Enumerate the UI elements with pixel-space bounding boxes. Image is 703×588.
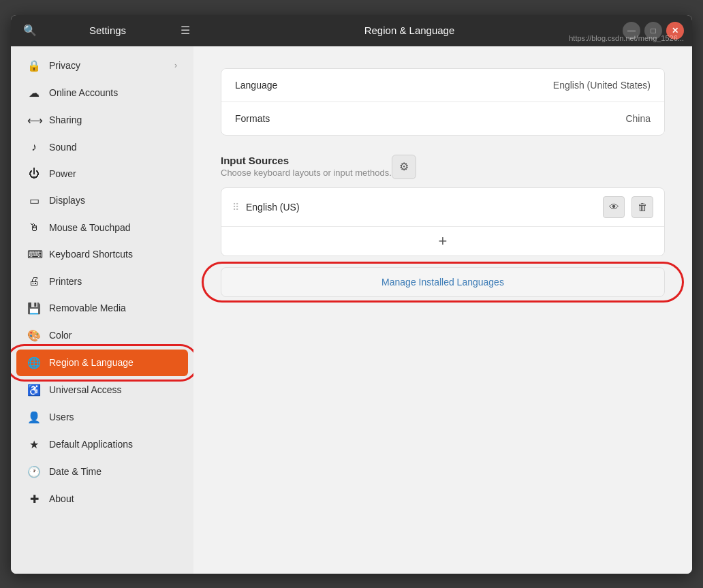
sidebar-item-label: Online Accounts	[49, 87, 177, 98]
sidebar-item-label: Mouse & Touchpad	[49, 222, 177, 233]
drag-handle-icon[interactable]: ⠿	[232, 202, 239, 213]
cloud-icon: ☁	[27, 87, 41, 99]
input-sources-title: Input Sources	[221, 155, 392, 166]
preview-input-source-button[interactable]: 👁	[603, 196, 625, 218]
settings-window: 🔍 Settings ☰ Region & Language — □ ✕ htt…	[11, 15, 692, 574]
sidebar-item-region-language[interactable]: 🌐 Region & Language	[16, 350, 188, 376]
sidebar-title: Settings	[46, 25, 169, 36]
language-value: English (United States)	[553, 80, 651, 91]
sidebar-item-label: Users	[49, 412, 177, 422]
formats-value: China	[625, 113, 651, 124]
plus-icon: +	[439, 232, 448, 249]
sidebar-item-removable-media[interactable]: 💾 Removable Media	[16, 295, 188, 322]
language-label: Language	[235, 80, 553, 91]
sidebar-item-sharing[interactable]: ⟷ Sharing	[16, 107, 188, 134]
sound-icon: ♪	[27, 141, 41, 153]
sidebar-item-label: Sharing	[49, 114, 177, 125]
share-icon: ⟷	[27, 114, 41, 127]
printer-icon: 🖨	[27, 275, 41, 288]
remove-input-source-button[interactable]: 🗑	[631, 196, 653, 218]
sidebar-item-mouse-touchpad[interactable]: 🖱 Mouse & Touchpad	[16, 215, 188, 241]
display-icon: ▭	[27, 194, 41, 207]
titlebar-left: 🔍 Settings ☰	[19, 20, 196, 42]
globe-icon: 🌐	[27, 356, 41, 369]
sidebar-item-displays[interactable]: ▭ Displays	[16, 187, 188, 214]
sidebar-item-label: About	[49, 493, 177, 504]
power-icon: ⏻	[27, 168, 41, 180]
add-input-source-row: +	[221, 227, 664, 256]
sidebar-item-label: Removable Media	[49, 303, 177, 313]
input-source-item-english-us: ⠿ English (US) 👁 🗑	[221, 188, 664, 227]
language-formats-card: Language English (United States) Formats…	[221, 68, 665, 136]
star-icon: ★	[27, 438, 41, 451]
sidebar-item-label: Privacy	[49, 60, 166, 71]
sidebar-item-keyboard-shortcuts[interactable]: ⌨ Keyboard Shortcuts	[16, 241, 188, 268]
watermark: https://blog.csdn.net/meng_1526...	[569, 34, 684, 42]
mouse-icon: 🖱	[27, 221, 41, 234]
window-title: Region & Language	[196, 25, 623, 36]
sidebar-item-privacy[interactable]: 🔒 Privacy ›	[16, 52, 188, 79]
hamburger-icon: ☰	[181, 24, 190, 37]
keyboard-icon: ⌨	[27, 248, 41, 261]
main-content: Language English (United States) Formats…	[193, 46, 692, 574]
search-icon: 🔍	[23, 24, 37, 37]
sidebar-item-sound[interactable]: ♪ Sound	[16, 134, 188, 160]
sidebar-item-color[interactable]: 🎨 Color	[16, 322, 188, 349]
sidebar-item-printers[interactable]: 🖨 Printers	[16, 268, 188, 294]
input-source-name: English (US)	[246, 202, 596, 213]
search-button[interactable]: 🔍	[19, 20, 41, 42]
sidebar-item-label: Power	[49, 168, 177, 179]
sidebar-item-label: Default Applications	[49, 439, 177, 450]
input-sources-text: Input Sources Choose keyboard layouts or…	[221, 155, 392, 178]
manage-installed-languages-button[interactable]: Manage Installed Languages	[221, 267, 665, 297]
clock-icon: 🕐	[27, 465, 41, 478]
sidebar-item-label: Displays	[49, 195, 177, 206]
lock-icon: 🔒	[27, 59, 41, 72]
sidebar-item-label: Universal Access	[49, 384, 177, 395]
formats-row[interactable]: Formats China	[221, 102, 664, 135]
color-icon: 🎨	[27, 329, 41, 342]
content: 🔒 Privacy › ☁ Online Accounts ⟷ Sharing …	[11, 46, 692, 574]
info-icon: ✚	[27, 493, 41, 506]
sidebar-item-date-time[interactable]: 🕐 Date & Time	[16, 459, 188, 485]
sidebar-item-label: Printers	[49, 276, 177, 287]
titlebar: 🔍 Settings ☰ Region & Language — □ ✕ htt…	[11, 15, 692, 46]
input-sources-card: ⠿ English (US) 👁 🗑 +	[221, 187, 665, 256]
menu-button[interactable]: ☰	[174, 20, 196, 42]
sidebar-item-label: Region & Language	[49, 357, 177, 368]
input-sources-subtitle: Choose keyboard layouts or input methods…	[221, 168, 392, 178]
sidebar-item-online-accounts[interactable]: ☁ Online Accounts	[16, 80, 188, 106]
media-icon: 💾	[27, 302, 41, 315]
input-sources-section: Input Sources Choose keyboard layouts or…	[221, 155, 665, 297]
user-icon: 👤	[27, 411, 41, 424]
chevron-right-icon: ›	[174, 61, 177, 70]
sidebar-item-about[interactable]: ✚ About	[16, 486, 188, 512]
delete-icon: 🗑	[638, 201, 648, 213]
sidebar-item-default-applications[interactable]: ★ Default Applications	[16, 431, 188, 458]
sidebar-item-power[interactable]: ⏻ Power	[16, 161, 188, 187]
eye-icon: 👁	[609, 201, 619, 213]
manage-languages-wrapper: Manage Installed Languages	[221, 267, 665, 297]
sidebar: 🔒 Privacy › ☁ Online Accounts ⟷ Sharing …	[11, 46, 193, 574]
input-sources-settings-button[interactable]: ⚙	[392, 155, 416, 179]
sidebar-item-label: Date & Time	[49, 466, 177, 477]
input-sources-header: Input Sources Choose keyboard layouts or…	[221, 155, 665, 179]
sidebar-item-universal-access[interactable]: ♿ Universal Access	[16, 377, 188, 403]
language-row[interactable]: Language English (United States)	[221, 69, 664, 102]
gear-icon: ⚙	[399, 160, 409, 173]
sidebar-item-label: Sound	[49, 142, 177, 153]
formats-label: Formats	[235, 113, 625, 124]
add-input-source-button[interactable]: +	[439, 234, 448, 249]
sidebar-item-label: Keyboard Shortcuts	[49, 249, 177, 260]
sidebar-item-users[interactable]: 👤 Users	[16, 404, 188, 431]
accessibility-icon: ♿	[27, 384, 41, 397]
sidebar-item-label: Color	[49, 330, 177, 341]
